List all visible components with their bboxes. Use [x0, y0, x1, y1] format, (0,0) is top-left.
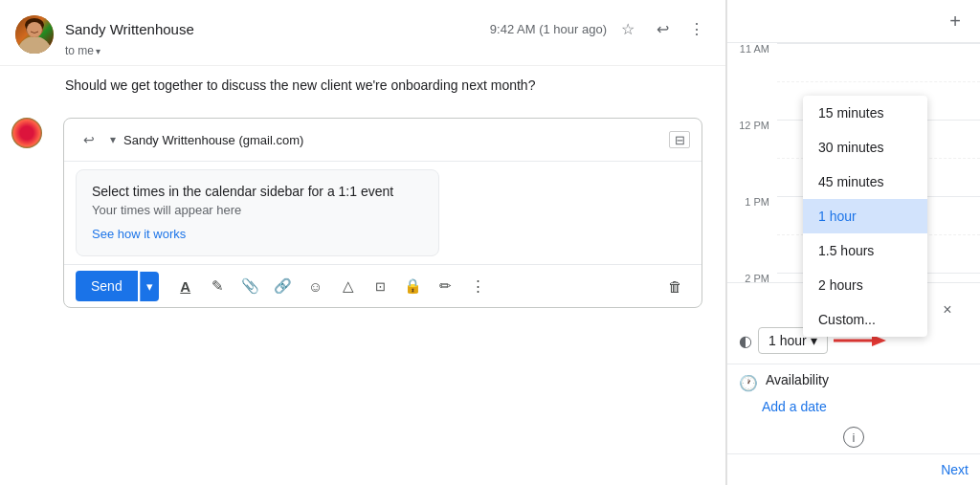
time-label-12pm: 12 PM [735, 120, 769, 131]
clock-icon: ◐ [739, 332, 752, 350]
availability-clock-icon: 🕐 [739, 374, 758, 392]
to-line: to me ▾ [65, 44, 710, 57]
compose-to: Sandy Writtenhouse (gmail.com) [123, 133, 661, 147]
dropdown-item-2hours[interactable]: 2 hours [803, 268, 927, 302]
avatar-image [15, 15, 54, 54]
more-options-button[interactable]: ⋮ [683, 15, 710, 42]
email-header-info: Sandy Writtenhouse 9:42 AM (1 hour ago) … [65, 15, 710, 57]
availability-title: Availability [766, 372, 829, 387]
info-icon: i [843, 427, 864, 448]
chevron-down-icon: ▾ [96, 46, 100, 56]
lock-button[interactable]: 🔒 [398, 271, 429, 301]
times-box-title: Select times in the calendar sidebar for… [92, 184, 423, 199]
reply-button[interactable]: ↩ [649, 15, 676, 42]
compose-back-button[interactable]: ↩ [76, 126, 102, 153]
time-label-11am: 11 AM [735, 43, 769, 55]
link-button[interactable]: 🔗 [268, 271, 299, 301]
star-button[interactable]: ☆ [614, 15, 641, 42]
email-time: 9:42 AM (1 hour ago) [490, 22, 607, 36]
email-body: Should we get together to discuss the ne… [0, 66, 725, 104]
add-event-button[interactable]: + [942, 8, 969, 34]
email-meta: 9:42 AM (1 hour ago) ☆ ↩ ⋮ [490, 15, 710, 42]
sender-name: Sandy Writtenhouse [65, 21, 194, 37]
compose-image-button[interactable]: ⊟ [669, 131, 690, 148]
time-label-2pm: 2 PM [735, 273, 769, 282]
svg-rect-2 [20, 42, 49, 54]
email-panel: Sandy Writtenhouse 9:42 AM (1 hour ago) … [0, 0, 726, 485]
cal-header: + [727, 0, 980, 43]
to-label: to me [65, 44, 94, 57]
compose-body[interactable]: Select times in the calendar sidebar for… [64, 162, 702, 264]
add-date-button[interactable]: Add a date [762, 399, 827, 414]
attach-button[interactable]: 📎 [235, 271, 266, 301]
email-header: Sandy Writtenhouse 9:42 AM (1 hour ago) … [0, 0, 725, 66]
time-row-11am: 11 AM [735, 43, 980, 81]
dropdown-item-30min[interactable]: 30 minutes [803, 130, 927, 165]
compose-toolbar: Send ▾ A ✎ 📎 🔗 ☺ △ ⊡ 🔒 ✏ ⋮ 🗑 [64, 264, 702, 307]
close-duration-button[interactable]: × [934, 297, 961, 323]
email-actions: ☆ ↩ ⋮ [614, 15, 710, 42]
sender-avatar [15, 15, 54, 54]
compose-header: ↩ ▾ Sandy Writtenhouse (gmail.com) ⊟ [64, 119, 702, 162]
sender-row: Sandy Writtenhouse 9:42 AM (1 hour ago) … [65, 15, 710, 42]
dropdown-item-1hour[interactable]: 1 hour [803, 199, 927, 233]
compose-area: ↩ ▾ Sandy Writtenhouse (gmail.com) ⊟ Sel… [63, 118, 702, 308]
next-button[interactable]: Next [941, 462, 969, 477]
emoji-button[interactable]: ☺ [301, 271, 331, 301]
format-text-button[interactable]: A [170, 271, 201, 301]
time-label-1pm: 1 PM [735, 196, 769, 208]
more-toolbar-button[interactable]: ⋮ [463, 271, 494, 301]
availability-section: 🕐 Availability Add a date [727, 364, 980, 421]
see-how-link[interactable]: See how it works [92, 227, 186, 241]
send-dropdown-button[interactable]: ▾ [140, 272, 159, 301]
svg-point-5 [27, 22, 42, 37]
compose-avatar [11, 118, 42, 148]
calendar-panel: + 11 AM 12 PM 1 PM 2 PM [726, 0, 980, 485]
drive-button[interactable]: △ [333, 271, 364, 301]
cal-footer: Next [727, 453, 980, 485]
times-box-sub: Your times will appear here [92, 203, 423, 217]
compose-to-dropdown-icon: ▾ [110, 133, 116, 146]
send-button[interactable]: Send [76, 271, 138, 301]
duration-dropdown-popup: 15 minutes 30 minutes 45 minutes 1 hour … [803, 96, 927, 337]
delete-compose-button[interactable]: 🗑 [659, 271, 690, 301]
photo-button[interactable]: ⊡ [366, 271, 396, 301]
info-section: i [727, 421, 980, 453]
dropdown-item-1-5hours[interactable]: 1.5 hours [803, 233, 927, 268]
times-selection-box: Select times in the calendar sidebar for… [76, 169, 439, 256]
pen-button[interactable]: ✏ [431, 271, 461, 301]
email-body-text: Should we get together to discuss the ne… [65, 77, 535, 93]
dropdown-item-45min[interactable]: 45 minutes [803, 165, 927, 199]
duration-value: 1 hour [768, 333, 807, 348]
dropdown-item-15min[interactable]: 15 minutes [803, 96, 927, 130]
dropdown-item-custom[interactable]: Custom... [803, 302, 927, 337]
pencil-button[interactable]: ✎ [203, 271, 234, 301]
